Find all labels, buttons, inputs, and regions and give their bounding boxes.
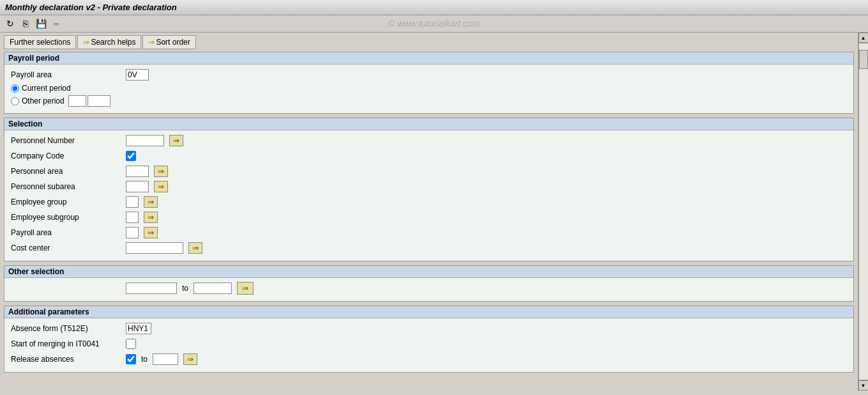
scrollbar[interactable]: ▲ ▼ xyxy=(858,33,868,391)
employee-subgroup-arrow-btn[interactable] xyxy=(144,212,158,223)
absence-form-label: Absence form (T512E) xyxy=(11,324,126,333)
personnel-number-row: Personnel Number xyxy=(11,134,847,147)
release-absences-label: Release absences xyxy=(11,355,126,364)
selection-header: Selection xyxy=(4,118,853,130)
current-period-row: Current period xyxy=(11,84,847,93)
other-selection-header: Other selection xyxy=(4,266,853,278)
release-absences-to-input[interactable] xyxy=(153,353,178,365)
absence-form-input[interactable] xyxy=(126,323,151,334)
payroll-period-header: Payroll period xyxy=(4,52,853,65)
toolbar-back-icon[interactable]: ↻ xyxy=(4,17,17,30)
start-merging-checkbox[interactable] xyxy=(126,339,136,349)
further-selections-button[interactable]: Further selections xyxy=(4,35,76,49)
release-absences-checkbox[interactable] xyxy=(126,354,136,364)
sort-order-label: Sort order xyxy=(156,38,190,47)
other-selection-arrow-btn[interactable] xyxy=(237,282,254,295)
company-code-checkbox[interactable] xyxy=(126,151,136,161)
title-bar: Monthly declaration v2 - Private declara… xyxy=(0,0,868,15)
employee-group-arrow-btn[interactable] xyxy=(144,196,158,208)
payroll-area-sel-label: Payroll area xyxy=(11,228,126,237)
employee-group-row: Employee group xyxy=(11,196,847,208)
personnel-subarea-input[interactable] xyxy=(126,181,149,192)
company-code-label: Company Code xyxy=(11,151,126,160)
other-selection-to-input[interactable] xyxy=(194,283,232,294)
payroll-area-sel-input[interactable] xyxy=(126,227,139,238)
search-helps-arrow-icon: ⇒ xyxy=(83,38,89,47)
toolbar-other-icon[interactable]: ⎓ xyxy=(50,17,63,30)
employee-subgroup-label: Employee subgroup xyxy=(11,213,126,222)
other-selection-body: to xyxy=(4,278,853,301)
personnel-area-row: Personnel area xyxy=(11,165,847,178)
current-period-label: Current period xyxy=(22,84,71,93)
other-selection-from-input[interactable] xyxy=(126,283,177,294)
scroll-down-arrow[interactable]: ▼ xyxy=(858,380,869,391)
payroll-area-sel-arrow-btn[interactable] xyxy=(144,227,158,238)
toolbar: ↻ ⎘ 💾 ⎓ © www.tutorialkart.com xyxy=(0,15,868,33)
main-content: Further selections ⇒ Search helps ⇒ Sort… xyxy=(0,33,858,391)
cost-center-input[interactable] xyxy=(126,242,183,254)
current-period-radio[interactable] xyxy=(11,84,19,93)
watermark: © www.tutorialkart.com xyxy=(388,19,480,29)
nav-buttons: Further selections ⇒ Search helps ⇒ Sort… xyxy=(4,35,854,49)
selection-section: Selection Personnel Number Company Code … xyxy=(4,118,854,261)
other-period-input1[interactable] xyxy=(68,95,86,107)
scroll-track[interactable] xyxy=(858,43,869,380)
sort-order-arrow-icon: ⇒ xyxy=(148,38,155,47)
selection-body: Personnel Number Company Code Personnel … xyxy=(4,130,853,261)
personnel-subarea-row: Personnel subarea xyxy=(11,180,847,193)
employee-group-input[interactable] xyxy=(126,196,139,208)
other-period-row: Other period xyxy=(11,95,847,107)
cost-center-row: Cost center xyxy=(11,242,847,254)
additional-parameters-body: Absence form (T512E) Start of merging in… xyxy=(4,318,853,372)
payroll-period-section: Payroll period Payroll area Current peri… xyxy=(4,52,854,114)
absence-form-row: Absence form (T512E) xyxy=(11,322,847,335)
app-title: Monthly declaration v2 - Private declara… xyxy=(5,3,177,12)
personnel-subarea-label: Personnel subarea xyxy=(11,182,126,191)
employee-group-label: Employee group xyxy=(11,198,126,206)
cost-center-label: Cost center xyxy=(11,244,126,252)
release-absences-arrow-btn[interactable] xyxy=(183,353,197,365)
cost-center-arrow-btn[interactable] xyxy=(188,242,202,254)
release-absences-to-label: to xyxy=(141,355,148,364)
other-selection-row: to xyxy=(11,282,847,295)
personnel-subarea-arrow-btn[interactable] xyxy=(154,181,168,192)
other-selection-to-label: to xyxy=(182,284,188,293)
other-period-label: Other period xyxy=(22,97,65,105)
personnel-area-label: Personnel area xyxy=(11,167,126,176)
personnel-number-label: Personnel Number xyxy=(11,136,126,145)
company-code-row: Company Code xyxy=(11,150,847,162)
start-merging-row: Start of merging in IT0041 xyxy=(11,337,847,350)
personnel-number-arrow-btn[interactable] xyxy=(169,135,183,146)
payroll-area-input[interactable] xyxy=(126,69,149,81)
payroll-area-label: Payroll area xyxy=(11,70,126,79)
personnel-area-arrow-btn[interactable] xyxy=(154,166,168,177)
employee-subgroup-input[interactable] xyxy=(126,212,139,223)
payroll-area-row: Payroll area xyxy=(11,68,847,81)
personnel-number-input[interactable] xyxy=(126,135,164,146)
toolbar-save-icon[interactable]: 💾 xyxy=(34,17,47,30)
search-helps-button[interactable]: ⇒ Search helps xyxy=(77,35,141,49)
payroll-period-body: Payroll area Current period Other period xyxy=(4,65,853,113)
other-period-radio[interactable] xyxy=(11,97,19,105)
personnel-area-input[interactable] xyxy=(126,166,149,177)
scroll-up-arrow[interactable]: ▲ xyxy=(858,33,869,43)
other-selection-section: Other selection to xyxy=(4,265,854,302)
release-absences-row: Release absences to xyxy=(11,353,847,366)
additional-parameters-header: Additional parameters xyxy=(4,306,853,318)
further-selections-label: Further selections xyxy=(10,38,70,47)
employee-subgroup-row: Employee subgroup xyxy=(11,211,847,224)
toolbar-copy-icon[interactable]: ⎘ xyxy=(19,17,32,30)
start-merging-label: Start of merging in IT0041 xyxy=(11,339,126,348)
sort-order-button[interactable]: ⇒ Sort order xyxy=(142,35,195,49)
scroll-thumb[interactable] xyxy=(859,50,868,69)
other-period-input2[interactable] xyxy=(88,95,110,107)
additional-parameters-section: Additional parameters Absence form (T512… xyxy=(4,306,854,373)
payroll-area-sel-row: Payroll area xyxy=(11,226,847,239)
search-helps-label: Search helps xyxy=(91,38,135,47)
